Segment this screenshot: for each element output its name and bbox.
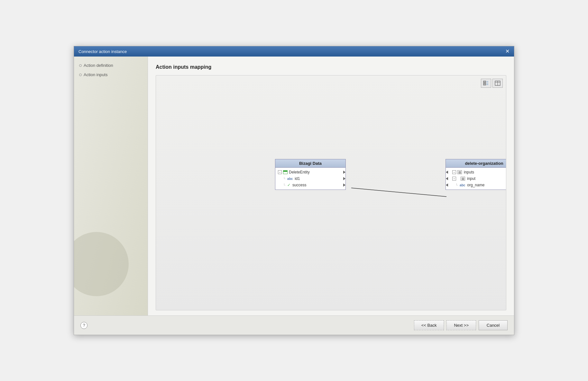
mapping-canvas: Bizagi Data − DeleteEntity └ (156, 75, 506, 310)
left-table: Bizagi Data − DeleteEntity └ (275, 159, 346, 190)
toggle-view-button[interactable] (492, 79, 503, 88)
box-icon: ▤ (457, 170, 462, 174)
next-button[interactable]: Next >> (446, 320, 476, 330)
sidebar-item-label: Action inputs (84, 72, 107, 77)
table-row: − ▤ input (446, 175, 506, 182)
row-label: inputs (464, 170, 474, 174)
help-button[interactable]: ? (80, 322, 87, 329)
map-fields-button[interactable] (481, 79, 491, 88)
cancel-button[interactable]: Cancel (479, 320, 508, 330)
connector-right-icon (343, 171, 345, 174)
right-table: delete-organization − ▤ inputs (446, 159, 506, 190)
bullet-icon (79, 74, 82, 76)
row-label: org_name (467, 183, 484, 187)
toolbar-icons (481, 79, 503, 88)
check-icon: ✓ (287, 183, 290, 187)
svg-rect-1 (483, 83, 486, 84)
row-label: id1 (295, 176, 300, 181)
left-table-header: Bizagi Data (275, 159, 345, 168)
expand-icon[interactable]: − (278, 170, 282, 174)
sidebar-item-action-inputs[interactable]: Action inputs (79, 72, 142, 77)
map-icon (483, 81, 489, 86)
row-label: success (292, 183, 306, 187)
abc-icon: abc (460, 183, 465, 187)
close-button[interactable]: ✕ (505, 49, 510, 54)
right-table-header: delete-organization (446, 159, 506, 168)
sidebar-item-label: Action definition (84, 63, 113, 68)
expand-icon[interactable]: − (452, 170, 456, 174)
dialog-title: Connector action instance (78, 49, 127, 54)
toggle-icon (495, 81, 501, 86)
main-content: Action inputs mapping (148, 57, 514, 315)
connector-right-icon (343, 177, 345, 180)
table-row: └ abc org_name (446, 182, 506, 188)
sidebar-item-action-definition[interactable]: Action definition (79, 63, 142, 68)
mapping-area: Bizagi Data − DeleteEntity └ (156, 75, 506, 310)
footer-buttons: << Back Next >> Cancel (414, 320, 508, 330)
connection-lines (156, 75, 506, 310)
section-title: Action inputs mapping (156, 64, 506, 70)
table-icon (283, 170, 288, 174)
indent-icon: └ (455, 183, 458, 187)
table-row: └ ✓ success (275, 182, 345, 188)
footer: ? << Back Next >> Cancel (74, 315, 514, 335)
table-row: └ abc id1 (275, 175, 345, 182)
abc-icon: abc (287, 177, 293, 181)
svg-line-9 (351, 188, 446, 197)
title-bar: Connector action instance ✕ (74, 46, 514, 57)
expand-icon[interactable]: − (452, 177, 456, 181)
row-label: DeleteEntity (289, 170, 310, 174)
back-button[interactable]: << Back (414, 320, 444, 330)
table-row: − DeleteEntity (275, 169, 345, 175)
table-row: − ▤ inputs (446, 169, 506, 175)
left-table-body: − DeleteEntity └ abc id1 (275, 168, 345, 190)
row-label: input (467, 176, 475, 181)
svg-rect-2 (483, 84, 486, 85)
indent-icon: └ (283, 177, 285, 181)
connector-left-icon (446, 183, 448, 187)
footer-left: ? (80, 322, 87, 329)
sidebar: Action definition Action inputs (74, 57, 148, 315)
bullet-icon (79, 64, 82, 67)
svg-rect-0 (483, 81, 486, 82)
box-icon: ▤ (461, 177, 465, 181)
dialog-body: Action definition Action inputs Action i… (74, 57, 514, 315)
connector-right-icon (343, 183, 345, 187)
connector-left-icon (446, 171, 448, 174)
indent-icon: └ (283, 183, 285, 187)
dialog: Connector action instance ✕ Action defin… (74, 46, 514, 335)
right-table-body: − ▤ inputs − ▤ input (446, 168, 506, 190)
connector-left-icon (446, 177, 448, 180)
